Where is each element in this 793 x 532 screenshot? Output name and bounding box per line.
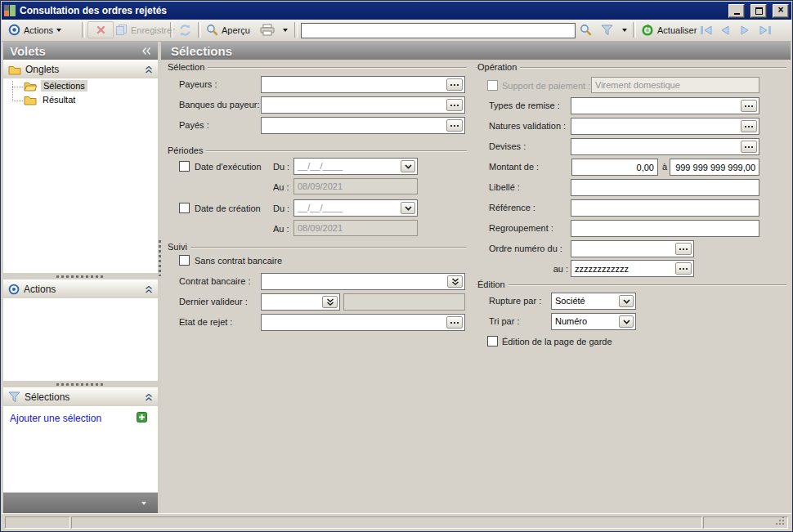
search-input[interactable] [302, 25, 575, 39]
splitter-dots-icon [56, 383, 105, 386]
filter-button[interactable] [598, 21, 629, 38]
payeurs-browse-button[interactable] [446, 78, 463, 91]
actions-panel-header[interactable]: Actions [3, 279, 158, 299]
preview-button[interactable]: Aperçu [204, 21, 253, 38]
ellipsis-icon [748, 146, 750, 148]
nav-next-button[interactable] [737, 21, 752, 38]
chevron-down-icon [141, 502, 146, 505]
dernier-valideur-dropdown-button[interactable] [322, 296, 338, 308]
types-remise-input[interactable] [571, 99, 759, 114]
natures-validation-input[interactable] [571, 119, 759, 135]
sidebar-item-resultat[interactable]: Résultat [24, 94, 78, 105]
types-remise-browse-button[interactable] [741, 100, 757, 112]
resize-grip[interactable] [782, 523, 784, 525]
collapse-left-icon[interactable] [142, 47, 151, 55]
libelle-input[interactable] [571, 181, 759, 196]
rupture-par-combo[interactable]: Société [551, 293, 636, 310]
payes-input[interactable] [262, 118, 464, 134]
sidebar-bottom-bar[interactable] [3, 493, 158, 513]
contrat-dropdown-button[interactable] [447, 275, 463, 288]
ordre-numero-au-browse-button[interactable] [675, 262, 692, 275]
natures-validation-browse-button[interactable] [741, 120, 757, 132]
rupture-par-dropdown[interactable] [619, 295, 634, 307]
sans-contrat-checkbox[interactable] [179, 255, 190, 266]
reference-input[interactable] [571, 201, 759, 217]
date-creation-du-dropdown[interactable] [401, 202, 415, 214]
nav-last-button[interactable] [756, 21, 774, 38]
sidebar-splitter[interactable] [3, 381, 158, 387]
montant-min-input[interactable] [572, 160, 657, 176]
tri-par-combo[interactable]: Numéro [551, 313, 636, 330]
search-button[interactable] [577, 21, 594, 38]
close-button[interactable]: × [773, 4, 789, 18]
minimize-icon [734, 13, 740, 15]
natures-validation-field [571, 118, 759, 135]
toolbar: Actions Enregistrer Aperçu [2, 20, 791, 42]
chevron-down-icon [405, 206, 412, 211]
actions-menu-button[interactable]: Actions [6, 21, 64, 38]
etat-rejet-browse-button[interactable] [446, 316, 463, 329]
save-button[interactable]: Enregistrer [113, 21, 177, 38]
date-mask: __/__/____ [294, 159, 417, 174]
delete-button[interactable] [87, 21, 114, 38]
sidebar-item-selections[interactable]: Sélections [24, 80, 87, 92]
add-selection-button[interactable] [137, 412, 147, 422]
maximize-button[interactable] [750, 4, 767, 18]
chevron-up-double-icon[interactable] [145, 66, 153, 74]
dernier-valideur-name-field [343, 293, 465, 311]
au-label: Au : [273, 224, 289, 234]
filter-dropdown-icon[interactable] [622, 29, 627, 32]
contrat-input[interactable] [262, 275, 464, 290]
target-icon [8, 24, 20, 36]
print-dropdown-icon[interactable] [283, 29, 288, 32]
date-execution-au-value: 08/09/2021 [294, 179, 417, 194]
regroupement-input[interactable] [571, 221, 759, 237]
refresh-button[interactable] [176, 21, 195, 38]
payes-browse-button[interactable] [446, 119, 463, 132]
banques-browse-button[interactable] [446, 99, 463, 111]
actualiser-label: Actualiser [657, 25, 697, 35]
print-button[interactable] [258, 21, 290, 38]
banques-input[interactable] [262, 98, 464, 114]
nav-next-icon [740, 25, 750, 35]
ordre-numero-du-browse-button[interactable] [675, 243, 692, 255]
date-execution-checkbox[interactable] [179, 161, 190, 172]
chevron-up-double-icon[interactable] [145, 286, 153, 293]
devises-input[interactable] [571, 140, 759, 155]
ellipsis-icon [748, 105, 750, 107]
date-execution-du-dropdown[interactable] [401, 160, 415, 172]
devises-browse-button[interactable] [741, 141, 757, 153]
support-paiement-field: Virement domestique [591, 77, 759, 93]
ellipsis-icon [454, 125, 455, 127]
date-mask: __/__/____ [294, 200, 417, 216]
ordre-numero-du-label: Ordre numéro du : [489, 244, 562, 253]
montant-max-input[interactable] [670, 160, 759, 176]
status-cell [5, 516, 70, 529]
actualiser-button[interactable]: Actualiser [638, 21, 699, 38]
date-creation-checkbox[interactable] [179, 203, 190, 213]
selections-panel-header[interactable]: Sélections [3, 387, 158, 407]
nav-first-button[interactable] [697, 21, 715, 38]
payeurs-input[interactable] [262, 78, 464, 93]
add-selection-link[interactable]: Ajouter une sélection [10, 413, 101, 424]
search-field-frame [301, 23, 576, 38]
natures-validation-label: Natures validation : [489, 121, 566, 131]
etat-rejet-input[interactable] [262, 315, 464, 331]
sidebar-splitter[interactable] [3, 273, 158, 279]
devises-field [571, 138, 759, 155]
onglets-panel-header[interactable]: Onglets [3, 60, 158, 79]
toolbar-separator [633, 22, 636, 38]
tri-par-dropdown[interactable] [619, 315, 634, 328]
group-line [476, 67, 786, 68]
page-garde-checkbox[interactable] [487, 336, 498, 346]
date-execution-du-combo: __/__/____ [293, 158, 418, 175]
tree-item-label: Sélections [41, 80, 87, 92]
main-panel: Sélections Sélection Payeurs : Banques d… [161, 42, 791, 514]
group-title-selection: Sélection [167, 62, 208, 72]
printer-icon [260, 24, 275, 36]
minimize-button[interactable] [728, 4, 745, 18]
save-icon [115, 24, 128, 36]
nav-previous-button[interactable] [718, 21, 733, 38]
chevron-up-double-icon[interactable] [145, 394, 153, 401]
contrat-label: Contrat bancaire : [179, 276, 250, 286]
